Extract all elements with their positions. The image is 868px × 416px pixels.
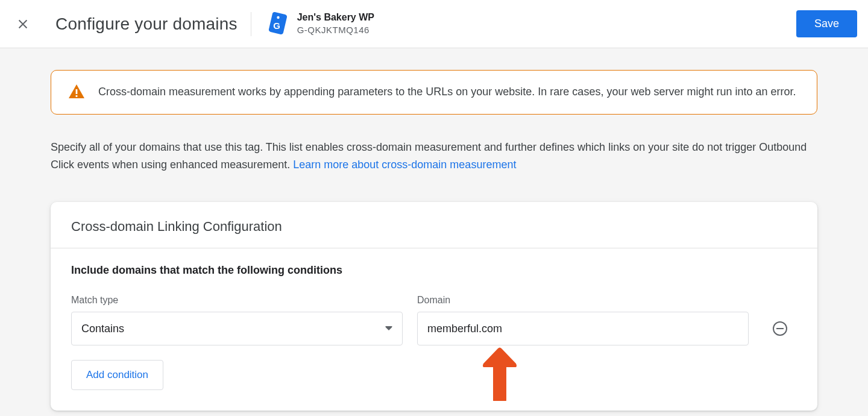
add-condition-button[interactable]: Add condition [71,360,163,390]
gtag-icon: G [265,11,289,37]
chevron-down-icon [385,326,392,331]
close-icon [16,17,30,31]
svg-rect-3 [76,95,78,97]
conditions-subheader: Include domains that match the following… [71,264,797,277]
domain-label: Domain [417,295,749,306]
save-button[interactable]: Save [796,10,857,37]
warning-icon [68,84,85,99]
property-block: Jen's Bakery WP G-QKJKTMQ146 [297,11,374,36]
card-body: Include domains that match the following… [51,248,817,411]
domain-field: Domain [417,295,749,345]
warning-text: Cross-domain measurement works by append… [98,84,796,101]
divider [251,12,251,36]
config-card: Cross-domain Linking Configuration Inclu… [51,202,817,411]
card-title: Cross-domain Linking Configuration [51,202,817,248]
content-area: Cross-domain measurement works by append… [0,48,868,411]
learn-more-link[interactable]: Learn more about cross-domain measuremen… [293,159,516,171]
remove-icon [772,321,788,336]
svg-rect-2 [76,89,78,94]
match-type-value: Contains [81,323,124,335]
close-button[interactable] [11,12,35,36]
match-type-field: Match type Contains [71,295,403,345]
header-bar: Configure your domains G Jen's Bakery WP… [0,0,868,48]
property-name: Jen's Bakery WP [297,11,374,24]
domain-input[interactable] [417,312,749,345]
remove-condition-button[interactable] [768,317,792,341]
match-type-label: Match type [71,295,403,306]
svg-text:G: G [273,20,280,31]
instruction-text: Specify all of your domains that use thi… [51,139,817,174]
match-type-select[interactable]: Contains [71,312,403,345]
page-title: Configure your domains [55,14,237,34]
property-id: G-QKJKTMQ146 [297,24,374,36]
svg-point-0 [277,16,279,18]
condition-row: Match type Contains Domain [71,295,797,345]
warning-banner: Cross-domain measurement works by append… [51,70,817,115]
